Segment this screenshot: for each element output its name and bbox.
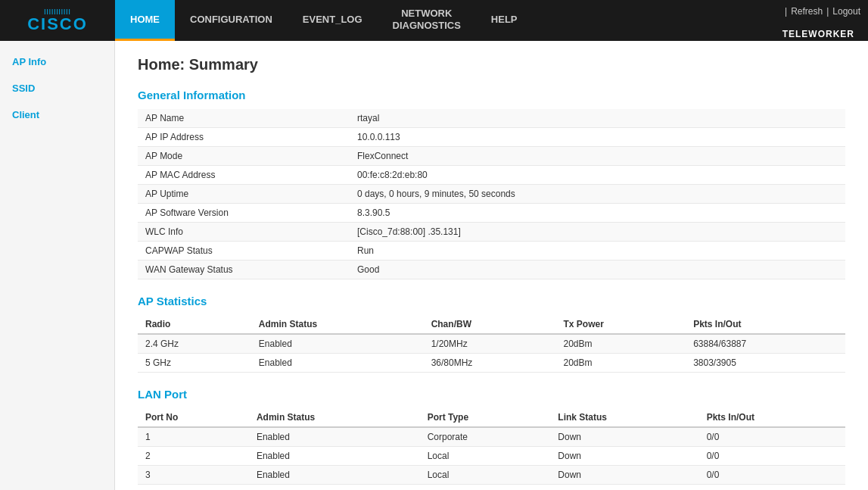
nav-event-log[interactable]: EVENT_LOG: [288, 0, 378, 41]
lan-port-no: 2: [138, 447, 249, 466]
lan-port-header-row: Port No Admin Status Port Type Link Stat…: [138, 408, 845, 427]
general-info-title: General Information: [138, 89, 845, 101]
ap-admin-status: Enabled: [251, 334, 424, 354]
lan-port-type: Corporate: [420, 427, 551, 447]
lan-port-table: Port No Admin Status Port Type Link Stat…: [138, 408, 845, 485]
ap-stats-col-pkts: Pkts In/Out: [686, 315, 845, 334]
logout-link[interactable]: Logout: [832, 6, 860, 17]
table-row: AP MAC Address00:fe:c8:2d:eb:80: [138, 166, 845, 185]
nav-home-label: HOME: [130, 14, 160, 25]
ap-stats-col-radio: Radio: [138, 315, 251, 334]
ap-radio: 2.4 GHz: [138, 334, 251, 354]
table-row: AP Uptime0 days, 0 hours, 9 minutes, 50 …: [138, 185, 845, 204]
lan-port-no: 3: [138, 466, 249, 485]
info-label: WLC Info: [138, 223, 350, 242]
lan-port-no: 1: [138, 427, 249, 447]
logo-area: ||||||||||| CISCO: [0, 0, 115, 41]
lan-col-admin: Admin Status: [249, 408, 420, 427]
table-row: 3EnabledLocalDown0/0: [138, 466, 845, 485]
lan-col-pkts: Pkts In/Out: [699, 408, 845, 427]
ap-pkts: 63884/63887: [686, 334, 845, 354]
sidebar: AP Info SSID Client: [0, 41, 115, 490]
info-value: 00:fe:c8:2d:eb:80: [350, 166, 845, 185]
lan-admin-status: Enabled: [249, 466, 420, 485]
info-label: AP Software Version: [138, 204, 350, 223]
ap-stats-col-tx: Tx Power: [555, 315, 686, 334]
sidebar-ssid-label: SSID: [12, 83, 35, 94]
teleworker-badge: TELEWORKER: [776, 27, 860, 41]
ap-stats-col-admin: Admin Status: [251, 315, 424, 334]
info-value: 10.0.0.113: [350, 128, 845, 147]
lan-pkts: 0/0: [699, 466, 845, 485]
table-row: 1EnabledCorporateDown0/0: [138, 427, 845, 447]
top-bar: ||||||||||| CISCO HOME CONFIGURATION EVE…: [0, 0, 868, 41]
info-value: 8.3.90.5: [350, 204, 845, 223]
nav-configuration[interactable]: CONFIGURATION: [175, 0, 288, 41]
table-row: 2EnabledLocalDown0/0: [138, 447, 845, 466]
info-label: CAPWAP Status: [138, 242, 350, 261]
ap-stats-table: Radio Admin Status Chan/BW Tx Power Pkts…: [138, 315, 845, 373]
info-value: 0 days, 0 hours, 9 minutes, 50 seconds: [350, 185, 845, 204]
table-row: 5 GHzEnabled36/80MHz20dBm3803/3905: [138, 354, 845, 373]
ap-chan-bw: 1/20MHz: [424, 334, 556, 354]
nav-event-log-label: EVENT_LOG: [303, 14, 362, 25]
main-content: Home: Summary General Information AP Nam…: [115, 41, 868, 490]
table-row: 2.4 GHzEnabled1/20MHz20dBm63884/63887: [138, 334, 845, 354]
lan-link-status: Down: [550, 466, 698, 485]
lan-port-title: LAN Port: [138, 388, 845, 401]
sidebar-item-ap-info[interactable]: AP Info: [0, 48, 114, 75]
nav-network-label: NETWORKDIAGNOSTICS: [393, 8, 461, 31]
info-value: Run: [350, 242, 845, 261]
lan-col-link: Link Status: [550, 408, 698, 427]
ap-admin-status: Enabled: [251, 354, 424, 373]
ap-tx-power: 20dBm: [555, 334, 686, 354]
table-row: AP Namertayal: [138, 109, 845, 128]
ap-chan-bw: 36/80MHz: [424, 354, 556, 373]
ap-radio: 5 GHz: [138, 354, 251, 373]
page-title: Home: Summary: [138, 56, 845, 73]
info-label: AP Uptime: [138, 185, 350, 204]
ap-stats-header-row: Radio Admin Status Chan/BW Tx Power Pkts…: [138, 315, 845, 334]
info-label: WAN Gateway Status: [138, 261, 350, 279]
info-value: Good: [350, 261, 845, 279]
lan-admin-status: Enabled: [249, 427, 420, 447]
nav-configuration-label: CONFIGURATION: [190, 14, 272, 25]
lan-pkts: 0/0: [699, 447, 845, 466]
nav-network-diagnostics[interactable]: NETWORKDIAGNOSTICS: [378, 0, 476, 41]
sidebar-item-client[interactable]: Client: [0, 101, 114, 128]
lan-port-type: Local: [420, 447, 551, 466]
lan-admin-status: Enabled: [249, 447, 420, 466]
table-row: AP ModeFlexConnect: [138, 147, 845, 166]
ap-pkts: 3803/3905: [686, 354, 845, 373]
info-value: [Cisco_7d:88:00] .35.131]: [350, 223, 845, 242]
info-label: AP Name: [138, 109, 350, 128]
lan-port-type: Local: [420, 466, 551, 485]
top-right-actions: | Refresh | Logout: [785, 6, 860, 17]
sidebar-ap-info-label: AP Info: [12, 56, 46, 67]
sidebar-item-ssid[interactable]: SSID: [0, 75, 114, 101]
lan-pkts: 0/0: [699, 427, 845, 447]
lan-col-port: Port No: [138, 408, 249, 427]
refresh-link[interactable]: Refresh: [791, 6, 823, 17]
ap-stats-title: AP Statistics: [138, 295, 845, 307]
table-row: CAPWAP StatusRun: [138, 242, 845, 261]
info-label: AP IP Address: [138, 128, 350, 147]
page-layout: AP Info SSID Client Home: Summary Genera…: [0, 41, 868, 490]
nav-help[interactable]: HELP: [476, 0, 533, 41]
table-row: AP Software Version8.3.90.5: [138, 204, 845, 223]
main-nav: HOME CONFIGURATION EVENT_LOG NETWORKDIAG…: [115, 0, 868, 41]
info-value: FlexConnect: [350, 147, 845, 166]
lan-link-status: Down: [550, 427, 698, 447]
table-row: WAN Gateway StatusGood: [138, 261, 845, 279]
lan-col-type: Port Type: [420, 408, 551, 427]
info-value: rtayal: [350, 109, 845, 128]
ap-stats-col-chan: Chan/BW: [424, 315, 556, 334]
info-label: AP Mode: [138, 147, 350, 166]
table-row: WLC Info[Cisco_7d:88:00] .35.131]: [138, 223, 845, 242]
lan-link-status: Down: [550, 447, 698, 466]
nav-help-label: HELP: [491, 14, 518, 25]
table-row: AP IP Address10.0.0.113: [138, 128, 845, 147]
cisco-logo: ||||||||||| CISCO: [27, 8, 88, 34]
nav-home[interactable]: HOME: [115, 0, 175, 41]
sidebar-client-label: Client: [12, 109, 39, 120]
